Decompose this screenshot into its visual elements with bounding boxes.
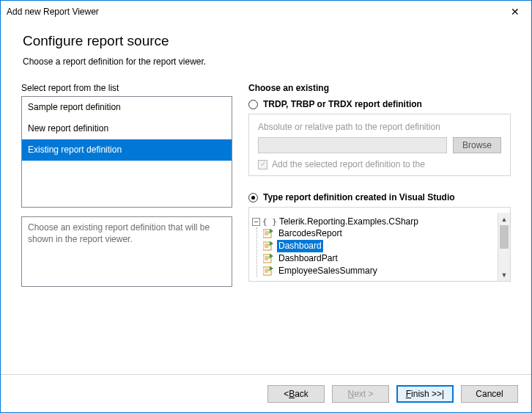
type-definition-panel: – { } Telerik.Reporting.Examples.CSharp … <box>248 207 511 282</box>
tree-item[interactable]: BarcodesReport <box>263 227 496 240</box>
scroll-thumb[interactable] <box>500 225 509 249</box>
close-button[interactable]: ✕ <box>498 1 531 23</box>
left-list-label: Select report from the list <box>21 83 232 93</box>
list-item-sample[interactable]: Sample report definition <box>22 97 232 118</box>
cancel-button[interactable]: Cancel <box>461 385 518 403</box>
finish-button[interactable]: Finish >>| <box>396 385 454 403</box>
page-subheading: Choose a report definition for the repor… <box>23 56 531 67</box>
report-type-tree[interactable]: – { } Telerik.Reporting.Examples.CSharp … <box>249 212 510 281</box>
wizard-footer: < Back Next > Finish >>| Cancel <box>1 374 531 412</box>
tree-item-label: Dashboard <box>277 240 323 252</box>
tree-namespace-node[interactable]: – { } Telerik.Reporting.Examples.CSharp <box>252 216 496 227</box>
browse-button: Browse <box>453 137 501 153</box>
checkbox-icon: ✓ <box>258 160 267 169</box>
page-heading: Configure report source <box>23 33 531 49</box>
scroll-track[interactable] <box>498 225 510 268</box>
radio-type-definition[interactable]: Type report definition created in Visual… <box>248 192 511 202</box>
path-input <box>258 137 447 153</box>
report-icon <box>263 229 274 238</box>
tree-item[interactable]: EmployeeSalesSummary <box>263 265 496 277</box>
report-mode-list[interactable]: Sample report definition New report defi… <box>21 96 232 208</box>
tree-item-label: BarcodesReport <box>277 227 344 240</box>
tree-item[interactable]: DashboardPart <box>263 252 496 265</box>
radio-icon <box>248 100 258 109</box>
back-button[interactable]: < Back <box>267 385 325 403</box>
radio-file-label: TRDP, TRBP or TRDX report definition <box>263 99 422 109</box>
scroll-down-icon[interactable]: ▼ <box>498 268 510 281</box>
namespace-icon: { } <box>262 217 277 227</box>
radio-file-definition[interactable]: TRDP, TRBP or TRDX report definition <box>248 99 511 109</box>
next-button: Next > <box>332 385 389 403</box>
list-item-new[interactable]: New report definition <box>22 118 232 139</box>
close-icon: ✕ <box>511 6 520 18</box>
expander-icon[interactable]: – <box>252 218 260 226</box>
tree-item-label: DashboardPart <box>277 252 339 265</box>
titlebar: Add new Report Viewer ✕ <box>1 1 531 23</box>
add-to-project-label: Add the selected report definition to th… <box>272 159 425 169</box>
scroll-up-icon[interactable]: ▲ <box>498 213 510 225</box>
report-icon <box>263 254 274 263</box>
path-description: Absolute or relative path to the report … <box>258 122 501 133</box>
file-definition-panel: Absolute or relative path to the report … <box>248 114 511 176</box>
namespace-label: Telerik.Reporting.Examples.CSharp <box>279 216 418 227</box>
radio-icon <box>248 193 258 202</box>
help-text: Choose an existing report definition tha… <box>21 216 232 287</box>
tree-item[interactable]: Dashboard <box>263 240 496 252</box>
window-title: Add new Report Viewer <box>7 7 498 17</box>
report-icon <box>263 241 274 251</box>
report-icon <box>263 266 274 276</box>
tree-scrollbar[interactable]: ▲ ▼ <box>498 213 510 281</box>
add-to-project-checkbox: ✓ Add the selected report definition to … <box>258 159 501 169</box>
list-item-existing[interactable]: Existing report definition <box>22 139 232 161</box>
tree-item-label: EmployeeSalesSummary <box>277 265 379 277</box>
right-heading: Choose an existing <box>248 83 511 93</box>
radio-type-label: Type report definition created in Visual… <box>263 192 455 202</box>
